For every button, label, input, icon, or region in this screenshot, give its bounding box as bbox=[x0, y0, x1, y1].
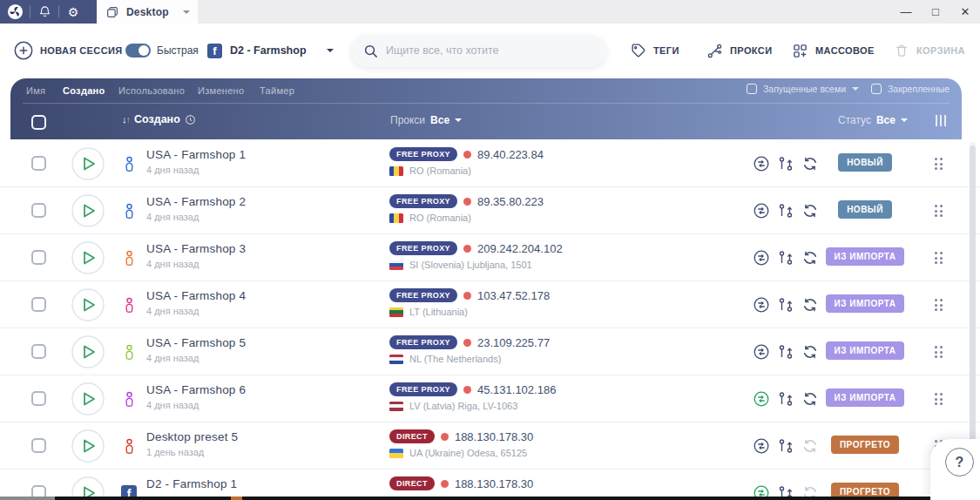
play-button[interactable] bbox=[71, 429, 105, 463]
row-menu-kebab[interactable] bbox=[935, 299, 943, 311]
status-badge: НОВЫЙ bbox=[838, 200, 892, 219]
proxy-change-icon[interactable] bbox=[753, 202, 770, 220]
row-checkbox[interactable] bbox=[31, 203, 46, 218]
profile-name-cell: Desktop preset 5 1 день назад bbox=[146, 430, 238, 457]
proxy-change-icon[interactable] bbox=[753, 437, 770, 455]
table-row: f D2 - Farmshop 1 DIRECT 188.130.178.30 bbox=[0, 470, 980, 500]
play-button[interactable] bbox=[71, 241, 105, 274]
play-button[interactable] bbox=[71, 194, 105, 227]
share-profile-icon[interactable] bbox=[777, 296, 794, 314]
proxy-ip: 209.242.204.102 bbox=[477, 242, 563, 255]
minimize-button[interactable]: — bbox=[891, 5, 921, 18]
row-checkbox[interactable] bbox=[31, 156, 46, 171]
row-menu-kebab[interactable] bbox=[935, 346, 943, 358]
filter-label: Закрепленные bbox=[888, 84, 950, 94]
status-filter-dropdown[interactable]: Статус Все bbox=[838, 114, 908, 126]
quick-toggle[interactable] bbox=[125, 44, 151, 57]
country-flag-icon bbox=[389, 260, 403, 270]
select-all-checkbox[interactable] bbox=[31, 115, 46, 130]
tag-icon bbox=[631, 43, 646, 58]
proxy-country: UA (Ukraine) Odesa, 65125 bbox=[409, 448, 527, 458]
proxy-change-icon[interactable] bbox=[753, 343, 770, 361]
row-checkbox[interactable] bbox=[31, 391, 46, 406]
grid-plus-icon bbox=[792, 43, 808, 59]
bulk-actions-button[interactable]: МАССОВОЕ bbox=[792, 24, 875, 78]
play-button[interactable] bbox=[71, 382, 105, 416]
proxy-filter-dropdown[interactable]: Прокси Все bbox=[390, 114, 462, 126]
row-actions bbox=[753, 155, 819, 172]
profile-name: USA - Farmshop 1 bbox=[146, 148, 246, 161]
dropdown-value: Все bbox=[430, 114, 449, 126]
tab-created[interactable]: Создано bbox=[63, 85, 105, 96]
proxy-ip: 89.40.223.84 bbox=[477, 148, 544, 161]
refresh-icon[interactable] bbox=[801, 390, 819, 408]
person-icon bbox=[123, 156, 136, 172]
proxy-country: RO (Romania) bbox=[409, 213, 471, 223]
close-button[interactable]: ✕ bbox=[950, 5, 980, 18]
proxy-change-icon[interactable] bbox=[753, 249, 770, 267]
share-profile-icon[interactable] bbox=[777, 390, 794, 408]
proxy-country: LV (Latvia) Riga, LV-1063 bbox=[409, 401, 517, 411]
proxy-change-icon[interactable] bbox=[753, 390, 770, 408]
profile-created: 4 дня назад bbox=[146, 165, 246, 175]
chevron-down-icon bbox=[852, 87, 859, 91]
row-checkbox[interactable] bbox=[31, 250, 46, 265]
scrollbar-thumb[interactable] bbox=[970, 145, 976, 468]
row-menu-kebab[interactable] bbox=[935, 158, 943, 170]
columns-settings-icon[interactable] bbox=[936, 115, 946, 126]
row-checkbox[interactable] bbox=[31, 297, 46, 312]
profile-avatar: f bbox=[121, 343, 137, 361]
refresh-icon[interactable] bbox=[801, 202, 819, 220]
row-menu-kebab[interactable] bbox=[935, 205, 943, 217]
play-button[interactable] bbox=[71, 147, 105, 180]
tab-timer[interactable]: Таймер bbox=[260, 85, 294, 96]
row-checkbox[interactable] bbox=[31, 344, 46, 359]
new-session-button[interactable]: НОВАЯ СЕССИЯ bbox=[14, 24, 123, 78]
filter-pinned[interactable]: Закрепленные bbox=[871, 84, 950, 94]
play-button[interactable] bbox=[71, 288, 105, 321]
share-profile-icon[interactable] bbox=[777, 155, 794, 172]
tab-desktop[interactable]: Desktop bbox=[97, 0, 198, 24]
maximize-button[interactable]: □ bbox=[921, 5, 950, 18]
notifications-bell-icon[interactable] bbox=[37, 4, 52, 20]
row-menu-kebab[interactable] bbox=[935, 252, 943, 264]
search-pill[interactable] bbox=[351, 35, 606, 67]
trash-button[interactable]: КОРЗИНА bbox=[894, 24, 965, 78]
search-input[interactable] bbox=[386, 44, 578, 57]
tab-used[interactable]: Использовано bbox=[118, 85, 185, 96]
row-checkbox[interactable] bbox=[31, 438, 46, 453]
country-flag-icon bbox=[389, 402, 403, 411]
profile-avatar: f bbox=[121, 202, 137, 220]
play-button[interactable] bbox=[71, 335, 105, 368]
account-selector[interactable]: f D2 - Farmshop bbox=[207, 24, 334, 78]
share-profile-icon[interactable] bbox=[777, 249, 794, 267]
row-menu-kebab[interactable] bbox=[935, 393, 943, 405]
refresh-icon[interactable] bbox=[801, 155, 819, 172]
settings-gear-icon[interactable]: ⚙ bbox=[65, 4, 81, 20]
proxy-change-icon[interactable] bbox=[753, 296, 770, 314]
proxy-status-dot bbox=[463, 198, 471, 206]
tab-changed[interactable]: Изменено bbox=[198, 85, 244, 96]
divider bbox=[30, 5, 30, 18]
chevron-down-icon bbox=[183, 10, 190, 14]
share-profile-icon[interactable] bbox=[777, 437, 794, 455]
proxy-change-icon[interactable] bbox=[753, 155, 770, 172]
help-button[interactable]: ? bbox=[945, 448, 974, 476]
sort-by-created[interactable]: ↓↑ Создано bbox=[122, 113, 196, 125]
sort-arrows-icon: ↓↑ bbox=[122, 114, 130, 125]
app-logo-icon[interactable] bbox=[7, 3, 24, 20]
tab-name[interactable]: Имя bbox=[26, 85, 45, 96]
profile-name-cell: USA - Farmshop 6 4 дня назад bbox=[146, 383, 246, 410]
refresh-icon[interactable] bbox=[801, 343, 819, 361]
refresh-icon[interactable] bbox=[801, 437, 819, 455]
proxy-button[interactable]: ПРОКСИ bbox=[706, 24, 772, 78]
share-profile-icon[interactable] bbox=[777, 343, 794, 361]
proxy-ip: 89.35.80.223 bbox=[477, 195, 544, 208]
share-profile-icon[interactable] bbox=[777, 202, 794, 220]
filter-running-by-all[interactable]: Запущенные всеми bbox=[747, 84, 859, 94]
refresh-icon[interactable] bbox=[801, 296, 819, 314]
tags-button[interactable]: ТЕГИ bbox=[631, 24, 679, 78]
country-flag-icon bbox=[389, 166, 403, 176]
table-header: Имя Создано Использовано Изменено Таймер… bbox=[10, 78, 962, 139]
refresh-icon[interactable] bbox=[801, 249, 819, 267]
